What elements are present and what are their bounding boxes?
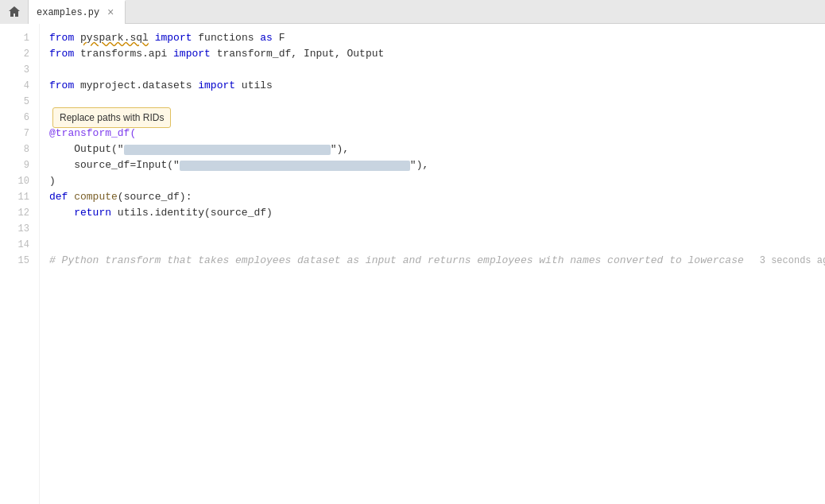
code-line-11: def compute (source_df): [49,189,825,205]
code-line-3 [49,62,825,78]
code-line-4: from myproject.datasets import utils [49,78,825,94]
code-line-6: Replace paths with RIDs [49,110,825,126]
line-number: 14 [18,237,29,253]
keyword-from: from [49,30,74,46]
line-number: 13 [18,221,29,237]
code-line-10: ) [49,173,825,189]
line-number: 10 [18,173,29,189]
keyword-from: from [49,78,74,94]
keyword-import: import [173,46,211,62]
keyword-def: def [49,189,68,205]
code-line-12: return utils.identity(source_df) [49,205,825,221]
line-number: 5 [24,94,29,110]
code-line-1: from pyspark.sql import functions as F [49,30,825,46]
line-number: 12 [18,205,29,221]
home-icon [8,6,21,18]
keyword-import: import [155,30,192,46]
function-name: compute [74,189,118,205]
code-line-9: source_df=Input(" "), [49,157,825,173]
ai-comment: # Python transform that takes employees … [49,253,744,269]
editor-content: 1 2 3 4 5 6 7 8 9 10 11 12 13 14 15 from… [0,24,825,504]
line-number: 11 [18,189,29,205]
code-line-14 [49,237,825,253]
code-line-7: @transform_df( [49,126,825,142]
code-line-15: # Python transform that takes employees … [49,253,825,269]
keyword-from: from [49,46,74,62]
line-number: 8 [24,142,29,157]
blurred-output-path [124,145,331,155]
keyword-return: return [74,205,111,221]
blurred-input-path [180,161,410,171]
code-line-2: from transforms.api import transform_df,… [49,46,825,62]
editor-container: 1 2 3 4 5 6 7 8 9 10 11 12 13 14 15 from… [0,24,825,504]
keyword-as: as [260,30,273,46]
line-number: 7 [24,126,29,142]
line-number: 6 [24,110,29,126]
line-number: 9 [24,157,29,173]
line-number: 15 [18,253,29,269]
title-bar: examples.py × [0,0,825,24]
decorator: @transform_df( [49,126,136,142]
code-line-13 [49,221,825,237]
line-number: 4 [24,78,29,94]
module-name: pyspark.sql [80,30,149,46]
code-area[interactable]: from pyspark.sql import functions as F f… [40,24,825,504]
tab-filename: examples.py [37,7,99,18]
keyword-import: import [198,78,235,94]
line-number: 1 [24,30,29,46]
tooltip-replace-paths[interactable]: Replace paths with RIDs [52,107,171,128]
line-numbers: 1 2 3 4 5 6 7 8 9 10 11 12 13 14 15 [0,24,40,504]
tab-close-button[interactable]: × [104,6,117,19]
file-tab[interactable]: examples.py × [29,0,126,24]
line-number: 2 [24,46,29,62]
home-tab[interactable] [0,0,29,24]
ai-timestamp: 3 seconds ago · [760,253,825,269]
line-number: 3 [24,62,29,78]
code-line-8: Output(" "), [49,142,825,157]
